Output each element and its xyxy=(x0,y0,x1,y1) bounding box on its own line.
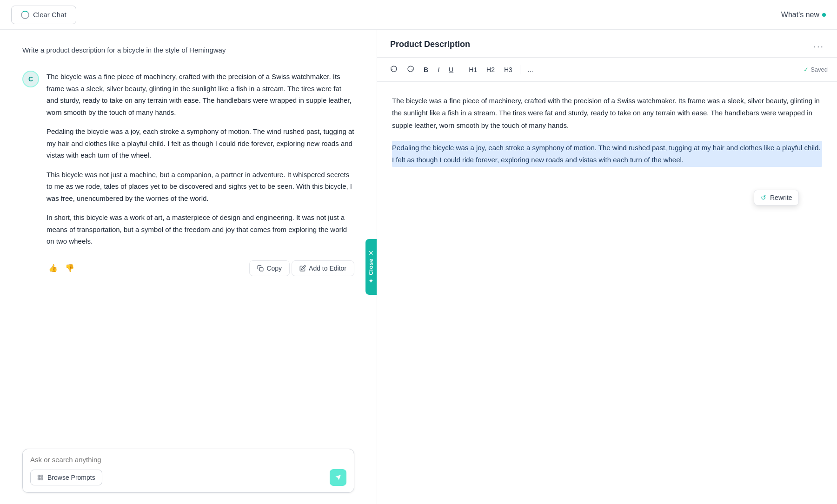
chat-panel: Write a product description for a bicycl… xyxy=(0,30,377,504)
rewrite-tooltip[interactable]: ↺ Rewrite xyxy=(754,190,799,206)
ai-message: C The bicycle was a fine piece of machin… xyxy=(22,71,354,247)
toolbar-undo-button[interactable] xyxy=(386,62,401,77)
toolbar-divider-2 xyxy=(520,65,520,74)
close-panel-strip[interactable]: ✕ Close ✦ xyxy=(365,239,377,295)
thumbs-up-button[interactable]: 👍 xyxy=(46,262,60,274)
ai-message-content: The bicycle was a fine piece of machiner… xyxy=(46,71,354,247)
svg-rect-0 xyxy=(260,267,264,271)
send-button[interactable] xyxy=(330,469,346,486)
close-strip-icon: ✕ xyxy=(368,249,374,257)
search-input[interactable] xyxy=(30,456,346,464)
grid-icon xyxy=(37,474,44,481)
refresh-icon xyxy=(21,11,29,19)
close-strip-label: Close xyxy=(368,259,374,275)
message-actions: 👍 👎 Copy xyxy=(46,255,354,280)
toolbar-saved-status: ✓ Saved xyxy=(804,66,828,73)
notification-dot xyxy=(822,13,826,17)
ai-paragraph-3: This bicycle was not just a machine, but… xyxy=(46,169,354,205)
user-message: Write a product description for a bicycl… xyxy=(22,45,354,56)
thumbs-down-button[interactable]: 👎 xyxy=(63,262,76,274)
action-buttons: Copy Add to Editor xyxy=(249,260,354,276)
avatar: C xyxy=(22,71,39,87)
editor-content[interactable]: The bicycle was a fine piece of machiner… xyxy=(377,82,837,504)
editor-panel: Product Description ... B xyxy=(377,30,837,504)
toolbar-h3-button[interactable]: H3 xyxy=(500,63,516,76)
ai-paragraph-2: Pedaling the bicycle was a joy, each str… xyxy=(46,126,354,161)
ai-paragraph-4: In short, this bicycle was a work of art… xyxy=(46,212,354,247)
topbar: Clear Chat What's new xyxy=(0,0,837,30)
ai-paragraph-1: The bicycle was a fine piece of machiner… xyxy=(46,71,354,118)
toolbar-h2-button[interactable]: H2 xyxy=(483,63,498,76)
check-icon: ✓ xyxy=(804,66,809,73)
add-to-editor-icon xyxy=(299,265,306,272)
editor-menu-button[interactable]: ... xyxy=(813,39,824,50)
browse-prompts-button[interactable]: Browse Prompts xyxy=(30,470,102,485)
svg-rect-4 xyxy=(41,478,43,480)
chat-input-area: Browse Prompts xyxy=(0,441,377,504)
add-to-editor-label: Add to Editor xyxy=(309,265,346,272)
toolbar-underline-button[interactable]: U xyxy=(445,63,457,76)
svg-rect-2 xyxy=(41,475,43,477)
main-content: Write a product description for a bicycl… xyxy=(0,30,837,504)
undo-icon xyxy=(390,65,398,73)
whats-new-label: What's new xyxy=(781,11,819,19)
editor-title: Product Description xyxy=(390,40,470,49)
toolbar-italic-button[interactable]: I xyxy=(434,63,443,76)
editor-header: Product Description ... xyxy=(377,30,837,58)
toolbar-h1-button[interactable]: H1 xyxy=(465,63,481,76)
whats-new-button[interactable]: What's new xyxy=(781,11,826,19)
toolbar-redo-button[interactable] xyxy=(403,62,418,77)
editor-paragraph-2-highlighted: Pedaling the bicycle was a joy, each str… xyxy=(392,141,822,167)
clear-chat-button[interactable]: Clear Chat xyxy=(11,6,76,24)
copy-button[interactable]: Copy xyxy=(249,260,290,276)
toolbar-more-button[interactable]: ... xyxy=(524,63,537,76)
ai-strip-icon: ✦ xyxy=(368,277,374,285)
rewrite-icon: ↺ xyxy=(761,194,766,201)
rewrite-label: Rewrite xyxy=(770,194,792,201)
chat-messages: Write a product description for a bicycl… xyxy=(0,30,377,441)
chat-input-container: Browse Prompts xyxy=(22,449,354,493)
svg-rect-1 xyxy=(38,475,40,477)
clear-chat-label: Clear Chat xyxy=(33,11,66,19)
add-to-editor-button[interactable]: Add to Editor xyxy=(292,260,354,276)
toolbar-bold-button[interactable]: B xyxy=(420,63,432,76)
chat-input-footer: Browse Prompts xyxy=(30,469,346,486)
editor-toolbar: B I U H1 H2 H3 ... ✓ Sav xyxy=(377,58,837,82)
toolbar-divider-1 xyxy=(461,65,461,74)
send-icon xyxy=(335,474,341,481)
editor-paragraph-1: The bicycle was a fine piece of machiner… xyxy=(392,95,822,132)
vote-buttons: 👍 👎 xyxy=(46,262,76,274)
svg-rect-3 xyxy=(38,478,40,480)
redo-icon xyxy=(407,65,414,73)
browse-prompts-label: Browse Prompts xyxy=(47,474,95,481)
copy-icon xyxy=(257,265,264,272)
copy-label: Copy xyxy=(266,265,282,272)
